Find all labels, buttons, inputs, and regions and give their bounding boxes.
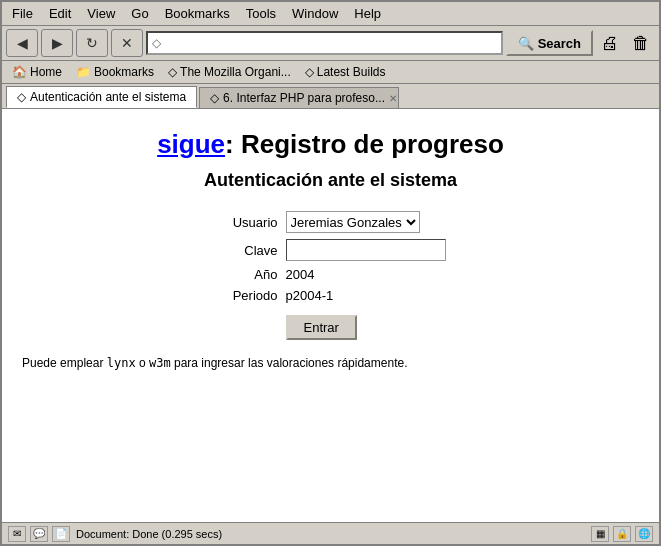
home-icon: 🏠 bbox=[12, 65, 27, 79]
login-form: Usuario Jeremias Gonzales Clave Año 2004 bbox=[216, 211, 446, 340]
status-icon-right1: ▦ bbox=[591, 526, 609, 542]
anio-value: 2004 bbox=[286, 267, 315, 282]
back-button[interactable]: ◀ bbox=[6, 29, 38, 57]
bookmark-home[interactable]: 🏠 Home bbox=[6, 63, 68, 81]
url-bar: ◇ bbox=[146, 31, 503, 55]
menu-file[interactable]: File bbox=[6, 4, 39, 23]
menu-go[interactable]: Go bbox=[125, 4, 154, 23]
periodo-row: Periodo p2004-1 bbox=[216, 288, 446, 303]
entrar-button[interactable]: Entrar bbox=[286, 315, 357, 340]
bookmark-home-label: Home bbox=[30, 65, 62, 79]
latest-icon: ◇ bbox=[305, 65, 314, 79]
menubar: File Edit View Go Bookmarks Tools Window… bbox=[2, 2, 659, 26]
menu-tools[interactable]: Tools bbox=[240, 4, 282, 23]
clave-label: Clave bbox=[216, 243, 286, 258]
bookmark-mozilla[interactable]: ◇ The Mozilla Organi... bbox=[162, 63, 297, 81]
stop-button[interactable]: ✕ bbox=[111, 29, 143, 57]
submit-row: Entrar bbox=[216, 309, 446, 340]
page-area: sigue: Registro de progreso Autenticació… bbox=[2, 109, 659, 522]
mozilla-icon: ◇ bbox=[168, 65, 177, 79]
url-input[interactable] bbox=[165, 36, 497, 50]
menu-help[interactable]: Help bbox=[348, 4, 387, 23]
status-icon-bookmark: 📄 bbox=[52, 526, 70, 542]
footer-text-1: Puede emplear bbox=[22, 356, 107, 370]
forward-button[interactable]: ▶ bbox=[41, 29, 73, 57]
status-icon-chat: 💬 bbox=[30, 526, 48, 542]
tabs-bar: ◇ Autenticación ante el sistema ◇ 6. Int… bbox=[2, 84, 659, 109]
page-title: sigue: Registro de progreso bbox=[22, 129, 639, 160]
menu-edit[interactable]: Edit bbox=[43, 4, 77, 23]
status-icon-right2: 🔒 bbox=[613, 526, 631, 542]
url-icon: ◇ bbox=[152, 36, 161, 50]
menu-bookmarks[interactable]: Bookmarks bbox=[159, 4, 236, 23]
anio-row: Año 2004 bbox=[216, 267, 446, 282]
tab-icon-0: ◇ bbox=[17, 90, 26, 104]
bookmark-bookmarks[interactable]: 📁 Bookmarks bbox=[70, 63, 160, 81]
bookmark-latest-label: Latest Builds bbox=[317, 65, 386, 79]
printer-icon: 🖨 bbox=[596, 29, 624, 57]
bookmark-bookmarks-label: Bookmarks bbox=[94, 65, 154, 79]
status-right: ▦ 🔒 🌐 bbox=[591, 526, 653, 542]
footer-text-3: para ingresar las valoraciones rápidamen… bbox=[171, 356, 408, 370]
page-content: sigue: Registro de progreso Autenticació… bbox=[22, 119, 639, 370]
bookmark-latest[interactable]: ◇ Latest Builds bbox=[299, 63, 392, 81]
statusbar: ✉ 💬 📄 Document: Done (0.295 secs) ▦ 🔒 🌐 bbox=[2, 522, 659, 544]
footer-note: Puede emplear lynx o w3m para ingresar l… bbox=[22, 356, 639, 370]
usuario-label: Usuario bbox=[216, 215, 286, 230]
page-title-text: : Registro de progreso bbox=[225, 129, 504, 159]
search-button[interactable]: 🔍 Search bbox=[506, 30, 593, 56]
tab-close-1[interactable]: ✕ bbox=[389, 93, 397, 104]
bookmarks-bar: 🏠 Home 📁 Bookmarks ◇ The Mozilla Organi.… bbox=[2, 61, 659, 84]
menu-window[interactable]: Window bbox=[286, 4, 344, 23]
navbar: ◀ ▶ ↻ ✕ ◇ 🔍 Search 🖨 🗑 bbox=[2, 26, 659, 61]
footer-code-lynx: lynx bbox=[107, 356, 136, 370]
search-icon: 🔍 bbox=[518, 36, 534, 51]
tab-label-0: Autenticación ante el sistema bbox=[30, 90, 186, 104]
browser-window: File Edit View Go Bookmarks Tools Window… bbox=[0, 0, 661, 546]
status-icon-right3: 🌐 bbox=[635, 526, 653, 542]
bookmarks-icon: 📁 bbox=[76, 65, 91, 79]
tab-interfaz[interactable]: ◇ 6. Interfaz PHP para profeso... ✕ bbox=[199, 87, 399, 108]
search-label: Search bbox=[538, 36, 581, 51]
usuario-row: Usuario Jeremias Gonzales bbox=[216, 211, 446, 233]
page-subtitle: Autenticación ante el sistema bbox=[22, 170, 639, 191]
bookmark-mozilla-label: The Mozilla Organi... bbox=[180, 65, 291, 79]
status-text: Document: Done (0.295 secs) bbox=[76, 528, 585, 540]
reload-button[interactable]: ↻ bbox=[76, 29, 108, 57]
status-icons: ✉ 💬 📄 bbox=[8, 526, 70, 542]
status-icon-mail: ✉ bbox=[8, 526, 26, 542]
tab-label-1: 6. Interfaz PHP para profeso... bbox=[223, 91, 385, 105]
footer-code-w3m: w3m bbox=[149, 356, 171, 370]
tab-icon-1: ◇ bbox=[210, 91, 219, 105]
sigue-link[interactable]: sigue bbox=[157, 129, 225, 159]
usuario-select[interactable]: Jeremias Gonzales bbox=[286, 211, 420, 233]
menu-view[interactable]: View bbox=[81, 4, 121, 23]
periodo-value: p2004-1 bbox=[286, 288, 334, 303]
anio-label: Año bbox=[216, 267, 286, 282]
footer-text-2: o bbox=[136, 356, 149, 370]
periodo-label: Periodo bbox=[216, 288, 286, 303]
tab-autenticacion[interactable]: ◇ Autenticación ante el sistema bbox=[6, 86, 197, 108]
trash-icon: 🗑 bbox=[627, 29, 655, 57]
clave-input[interactable] bbox=[286, 239, 446, 261]
clave-row: Clave bbox=[216, 239, 446, 261]
